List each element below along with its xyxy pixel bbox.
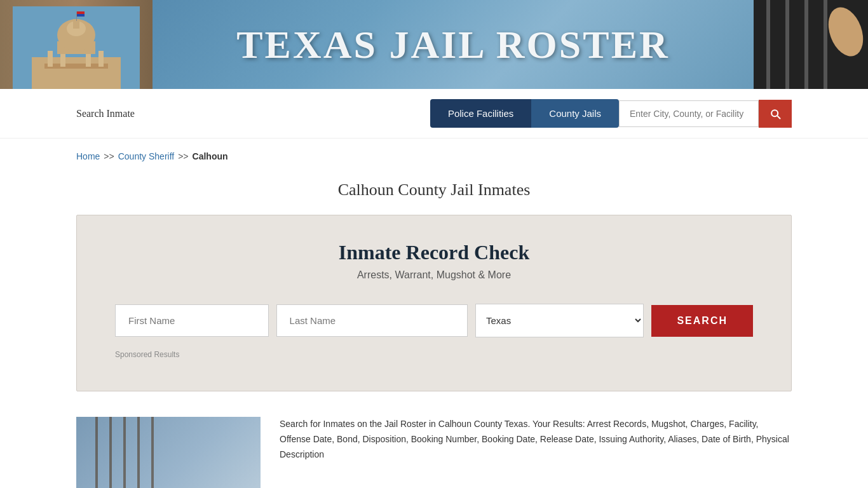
site-title: Texas Jail Roster <box>165 22 741 67</box>
search-icon <box>769 107 782 120</box>
breadcrumb: Home >> County Sheriff >> Calhoun <box>0 139 868 174</box>
breadcrumb-home[interactable]: Home <box>76 151 100 161</box>
nav-search-inmate-label: Search Inmate <box>76 108 430 119</box>
bottom-image <box>76 417 261 488</box>
last-name-input[interactable] <box>276 304 468 337</box>
svg-rect-14 <box>77 14 85 17</box>
svg-rect-13 <box>77 11 85 14</box>
police-facilities-button[interactable]: Police Facilities <box>430 99 531 128</box>
header-banner: Texas Jail Roster <box>0 0 868 89</box>
jail-bar <box>137 417 140 488</box>
banner-left-image <box>0 0 153 89</box>
inmate-search-button[interactable]: SEARCH <box>651 305 753 337</box>
jail-bars-decoration <box>76 417 261 488</box>
search-card-subtitle: Arrests, Warrant, Mugshot & More <box>115 269 753 281</box>
svg-rect-11 <box>76 11 77 21</box>
banner-title: Texas Jail Roster <box>153 22 754 67</box>
search-card-title: Inmate Record Check <box>115 241 753 264</box>
svg-rect-3 <box>48 51 53 67</box>
breadcrumb-sep-1: >> <box>104 151 114 161</box>
county-jails-button[interactable]: County Jails <box>531 99 619 128</box>
page-title: Calhoun County Jail Inmates <box>0 180 868 200</box>
capitol-dome-icon <box>13 6 140 89</box>
search-card: Inmate Record Check Arrests, Warrant, Mu… <box>76 215 792 391</box>
nav-facility-buttons: Police Facilities County Jails <box>430 99 619 128</box>
bottom-description: Search for Inmates on the Jail Roster in… <box>261 417 792 488</box>
first-name-input[interactable] <box>115 304 269 337</box>
svg-rect-16 <box>766 0 770 89</box>
search-form-row: Texas Alabama Alaska Arizona Arkansas Ca… <box>115 304 753 337</box>
svg-rect-18 <box>804 0 808 89</box>
svg-rect-17 <box>785 0 789 89</box>
jail-bar <box>95 417 98 488</box>
facility-search-input[interactable] <box>619 100 759 127</box>
breadcrumb-current: Calhoun <box>193 151 228 161</box>
svg-rect-1 <box>32 57 121 89</box>
jail-bar <box>151 417 154 488</box>
jail-bar <box>109 417 112 488</box>
jail-bar <box>123 417 126 488</box>
nav-bar: Search Inmate Police Facilities County J… <box>0 89 868 139</box>
breadcrumb-sep-2: >> <box>178 151 188 161</box>
sponsored-label: Sponsored Results <box>115 350 753 359</box>
facility-search-button[interactable] <box>759 100 792 128</box>
state-select[interactable]: Texas Alabama Alaska Arizona Arkansas Ca… <box>475 304 644 337</box>
svg-rect-6 <box>98 51 104 67</box>
breadcrumb-county-sheriff[interactable]: County Sheriff <box>118 151 174 161</box>
banner-right-image <box>754 0 868 89</box>
svg-rect-19 <box>824 0 827 89</box>
bottom-section: Search for Inmates on the Jail Roster in… <box>76 410 792 488</box>
